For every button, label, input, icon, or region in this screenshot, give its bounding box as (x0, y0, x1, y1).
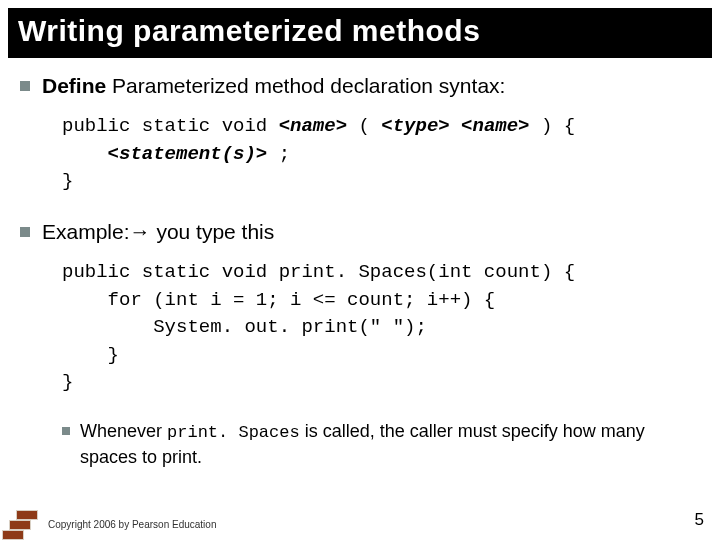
syntax-l1d: ) { (530, 115, 576, 137)
bullet-icon (20, 81, 30, 91)
syntax-l3: } (62, 170, 73, 192)
syntax-name2: <name> (461, 115, 529, 137)
brick-icon (9, 520, 31, 530)
brick-icon (16, 510, 38, 520)
title-bar: Writing parameterized methods (8, 8, 712, 58)
define-rest: Parameterized method declaration syntax: (106, 74, 505, 97)
copyright-text: Copyright 2006 by Pearson Education (48, 519, 216, 530)
sub-bullet: Whenever print. Spaces is called, the ca… (62, 419, 700, 469)
syntax-type: <type> (381, 115, 449, 137)
ex-l2: for (int i = 1; i <= count; i++) { (62, 289, 495, 311)
bullet-define: Define Parameterized method declaration … (20, 72, 700, 99)
example-a: Example: (42, 220, 130, 243)
syntax-name1: <name> (279, 115, 347, 137)
bullet-icon (20, 227, 30, 237)
slide-content: Define Parameterized method declaration … (0, 58, 720, 469)
sub-bullet-text: Whenever print. Spaces is called, the ca… (80, 419, 700, 469)
arrow-icon: → (130, 220, 151, 243)
syntax-l1c (450, 115, 461, 137)
bullet-example-text: Example:→ you type this (42, 218, 274, 245)
ex-l4: } (62, 344, 119, 366)
sub-code: print. Spaces (167, 423, 300, 442)
example-code: public static void print. Spaces(int cou… (62, 259, 700, 397)
syntax-l2b: ; (267, 143, 290, 165)
ex-l5: } (62, 371, 73, 393)
ex-l3: System. out. print(" "); (62, 316, 427, 338)
slide-title: Writing parameterized methods (18, 14, 702, 48)
bullet-example: Example:→ you type this (20, 218, 700, 245)
bullet-icon (62, 427, 70, 435)
define-bold: Define (42, 74, 106, 97)
bullet-define-text: Define Parameterized method declaration … (42, 72, 505, 99)
page-number: 5 (695, 510, 704, 530)
syntax-l2a (62, 143, 108, 165)
syntax-l1a: public static void (62, 115, 279, 137)
footer: Copyright 2006 by Pearson Education 5 (0, 496, 720, 540)
example-b: you type this (151, 220, 275, 243)
syntax-block: public static void <name> ( <type> <name… (62, 113, 700, 196)
sub-a: Whenever (80, 421, 167, 441)
ex-l1: public static void print. Spaces(int cou… (62, 261, 575, 283)
brick-icon (2, 530, 24, 540)
syntax-stmt: <statement(s)> (108, 143, 268, 165)
syntax-l1b: ( (347, 115, 381, 137)
